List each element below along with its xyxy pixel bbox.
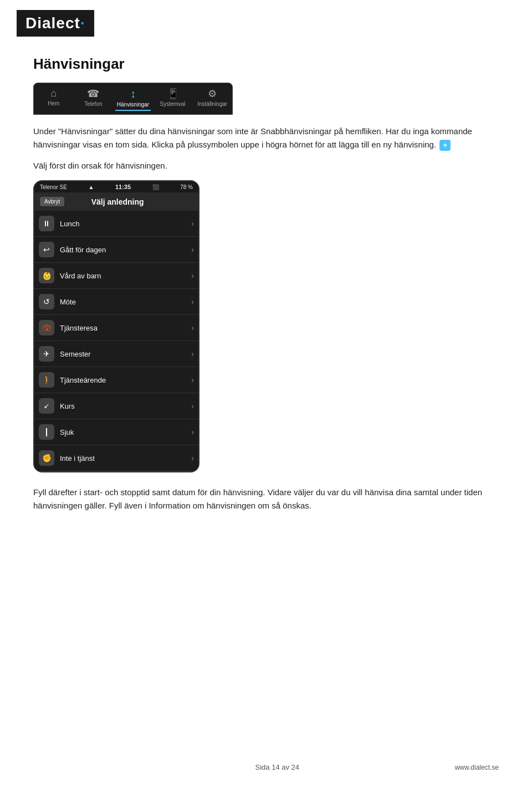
home-icon: ⌂ [50, 88, 57, 99]
tab-label-hem: Hem [48, 100, 59, 106]
chevron-right-icon: › [191, 297, 194, 306]
chevron-right-icon: › [191, 219, 194, 228]
lunch-icon: ⏸ [39, 216, 54, 231]
menu-label-gatt: Gått för dagen [60, 246, 191, 254]
systemval-icon: 📱 [167, 88, 179, 100]
carrier-label: Telenor SE [40, 184, 67, 190]
menu-item-sjuk[interactable]: | Sjuk › [34, 419, 198, 445]
wifi-icon: ▲ [88, 184, 94, 190]
hanvisningar-icon: ↕ [130, 88, 136, 100]
menu-label-sjuk: Sjuk [60, 428, 191, 436]
battery-label: 78 % [180, 184, 193, 190]
menu-label-tjansteresa: Tjänsteresa [60, 324, 191, 332]
tjanstearende-icon: 🚶 [39, 372, 54, 388]
logo-box: Dialect· [17, 10, 94, 37]
body-para1: Under "Hänvisningar" sätter du dina hänv… [33, 125, 488, 151]
body-para1-text: Under "Hänvisningar" sätter du dina hänv… [33, 126, 472, 149]
mote-icon: ↺ [39, 294, 54, 309]
tab-item-telefon: ☎ Telefon [74, 83, 114, 114]
chevron-right-icon: › [191, 349, 194, 358]
chevron-right-icon: › [191, 323, 194, 332]
footer: Sida 14 av 24 www.dialect.se [0, 763, 532, 771]
semester-icon: ✈ [39, 346, 54, 362]
chevron-right-icon: › [191, 245, 194, 254]
menu-item-kurs[interactable]: ↙ Kurs › [34, 393, 198, 419]
settings-icon: ⚙ [208, 88, 217, 100]
inte-icon: ✊ [39, 450, 54, 466]
body-para2: Välj först din orsak för hänvisningen. [33, 159, 488, 172]
menu-item-lunch[interactable]: ⏸ Lunch › [34, 211, 198, 237]
gatt-icon: ↩ [39, 242, 54, 257]
menu-label-lunch: Lunch [60, 220, 191, 228]
vard-icon: 👶 [39, 268, 54, 283]
menu-item-gatt[interactable]: ↩ Gått för dagen › [34, 237, 198, 263]
phone-status-bar: Telenor SE ▲ 11:35 ⬛ 78 % [34, 181, 198, 192]
time-label: 11:35 [115, 184, 131, 190]
menu-item-inte[interactable]: ✊ Inte i tjänst › [34, 445, 198, 471]
chevron-right-icon: › [191, 271, 194, 280]
menu-label-inte: Inte i tjänst [60, 454, 191, 462]
footer-url: www.dialect.se [455, 764, 499, 771]
logo-text: Dialect· [25, 14, 85, 32]
tab-item-installningar: ⚙ Inställningar [192, 83, 232, 114]
battery-icon: ⬛ [152, 184, 159, 190]
logo-dot: · [80, 14, 85, 32]
menu-item-semester[interactable]: ✈ Semester › [34, 341, 198, 367]
menu-item-mote[interactable]: ↺ Möte › [34, 289, 198, 315]
menu-list: ⏸ Lunch › ↩ Gått för dagen › 👶 Vård av b… [34, 211, 198, 471]
tab-item-hem: ⌂ Hem [34, 83, 74, 114]
chevron-right-icon: › [191, 428, 194, 436]
menu-item-tjanstearende[interactable]: 🚶 Tjänsteärende › [34, 367, 198, 393]
tab-item-hanvisningar: ↕ Hänvisningar [113, 83, 153, 114]
phone-mockup: Telenor SE ▲ 11:35 ⬛ 78 % Avbryt Välj an… [33, 180, 200, 472]
kurs-icon: ↙ [39, 398, 54, 414]
menu-label-vard: Vård av barn [60, 272, 191, 280]
tjansteresa-icon: 💼 [39, 320, 54, 335]
tab-item-systemval: 📱 Systemval [153, 83, 193, 114]
menu-label-semester: Semester [60, 350, 191, 358]
logo-word: Dialect [25, 14, 80, 32]
plus-badge: + [439, 140, 451, 151]
tab-label-telefon: Telefon [84, 101, 102, 107]
phone-icon: ☎ [87, 88, 99, 100]
menu-item-vard[interactable]: 👶 Vård av barn › [34, 263, 198, 289]
menu-item-tjansteresa[interactable]: 💼 Tjänsteresa › [34, 315, 198, 341]
tab-bar: ⌂ Hem ☎ Telefon ↕ Hänvisningar 📱 Systemv… [33, 83, 233, 115]
chevron-right-icon: › [191, 375, 194, 384]
main-content: Hänvisningar ⌂ Hem ☎ Telefon ↕ Hänvisnin… [33, 55, 499, 512]
page-heading: Hänvisningar [33, 55, 499, 73]
logo-area: Dialect· [17, 10, 94, 37]
footer-page-label: Sida 14 av 24 [100, 763, 455, 771]
bottom-body-text: Fyll därefter i start- och stopptid samt… [33, 486, 488, 512]
sjuk-icon: | [39, 424, 54, 440]
nav-title: Välj anledning [91, 197, 144, 206]
menu-label-tjanstearende: Tjänsteärende [60, 376, 191, 384]
tab-label-systemval: Systemval [160, 101, 186, 107]
menu-label-kurs: Kurs [60, 402, 191, 410]
tab-label-installningar: Inställningar [197, 101, 227, 107]
chevron-right-icon: › [191, 454, 194, 462]
chevron-right-icon: › [191, 401, 194, 410]
menu-label-mote: Möte [60, 298, 191, 306]
cancel-button[interactable]: Avbryt [40, 197, 64, 206]
tab-label-hanvisningar: Hänvisningar [117, 101, 149, 108]
phone-nav-bar: Avbryt Välj anledning [34, 192, 198, 211]
